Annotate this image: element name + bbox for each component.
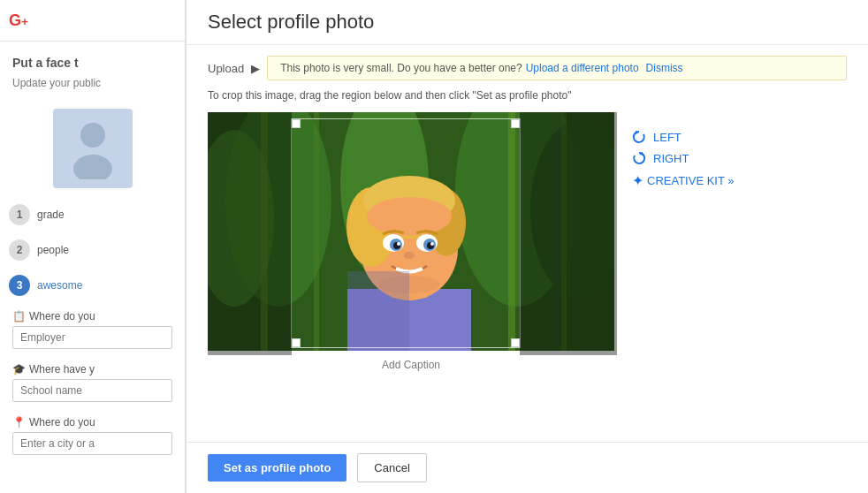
svg-point-1 xyxy=(80,123,105,148)
creative-kit-label: CREATIVE KIT » xyxy=(647,174,735,187)
dismiss-link[interactable]: Dismiss xyxy=(646,62,683,74)
location-header: 📍 Where do you xyxy=(12,416,172,429)
upload-row: Upload ▶ This photo is very small. Do yo… xyxy=(208,56,847,80)
location-section: 📍 Where do you xyxy=(0,409,185,462)
dialog-footer: Set as profile photo Cancel xyxy=(187,442,868,493)
rotation-controls: LEFT RIGHT ✦ CREATIVE KIT » xyxy=(632,112,735,189)
svg-rect-32 xyxy=(347,271,409,351)
image-container[interactable] xyxy=(208,112,614,353)
step-circle-1: 1 xyxy=(9,204,30,225)
svg-point-2 xyxy=(73,155,112,179)
warning-banner: This photo is very small. Do you have a … xyxy=(267,56,847,80)
logo-area: G+ xyxy=(0,0,185,42)
svg-point-29 xyxy=(430,242,434,246)
sidebar-update-label: Update your public xyxy=(0,77,185,100)
creative-kit-icon: ✦ xyxy=(632,172,643,189)
cancel-button[interactable]: Cancel xyxy=(357,453,426,482)
rotate-left-icon xyxy=(632,130,646,144)
svg-rect-10 xyxy=(314,112,319,351)
svg-rect-12 xyxy=(561,112,567,351)
sidebar-put-face-header: Put a face t xyxy=(0,42,185,77)
photo-canvas xyxy=(208,112,614,351)
warning-text: This photo is very small. Do you have a … xyxy=(280,62,522,74)
svg-text:G+: G+ xyxy=(9,11,28,29)
city-input[interactable] xyxy=(12,432,172,455)
employer-header: 📋 Where do you xyxy=(12,310,172,322)
profile-avatar-area xyxy=(0,100,185,197)
avatar-placeholder xyxy=(53,109,133,188)
rotate-left-button[interactable]: LEFT xyxy=(632,130,735,144)
rotate-right-button[interactable]: RIGHT xyxy=(632,151,735,165)
sidebar-collapse-arrow[interactable]: ‹ xyxy=(185,233,186,260)
sidebar-step-2[interactable]: 2 people xyxy=(0,232,185,268)
crop-area: Add Caption LEFT RIGHT xyxy=(208,112,847,371)
upload-label: Upload xyxy=(208,62,244,75)
google-plus-logo-icon: G+ xyxy=(9,7,62,34)
school-header: 🎓 Where have y xyxy=(12,363,172,375)
upload-different-photo-link[interactable]: Upload a different photo xyxy=(526,62,639,74)
location-icon: 📍 xyxy=(12,416,26,429)
svg-point-21 xyxy=(367,197,452,236)
sidebar-step-1[interactable]: 1 grade xyxy=(0,197,185,232)
svg-rect-9 xyxy=(261,112,268,351)
step-label-1: grade xyxy=(37,209,65,221)
creative-kit-button[interactable]: ✦ CREATIVE KIT » xyxy=(632,172,735,189)
school-input[interactable] xyxy=(12,379,172,402)
sidebar-step-3[interactable]: 3 awesome xyxy=(0,268,185,303)
step-label-2: people xyxy=(37,244,69,256)
svg-point-28 xyxy=(397,242,400,246)
crop-instruction: To crop this image, drag the region belo… xyxy=(208,89,847,102)
step-circle-3-active: 3 xyxy=(9,275,30,296)
svg-rect-11 xyxy=(508,112,515,351)
svg-point-30 xyxy=(404,252,415,259)
employer-section: 📋 Where do you xyxy=(0,303,185,356)
upload-arrow-icon: ▶ xyxy=(251,62,260,75)
image-caption: Add Caption xyxy=(208,359,614,371)
graduation-icon: 🎓 xyxy=(12,363,26,375)
main-dialog: Select profile photo Upload ▶ This photo… xyxy=(186,0,868,493)
step-label-3: awesome xyxy=(37,279,82,292)
image-wrapper: Add Caption xyxy=(208,112,614,371)
dialog-title: Select profile photo xyxy=(208,11,847,34)
sidebar: G+ Put a face t Update your public 1 gra… xyxy=(0,0,186,493)
dialog-body: Upload ▶ This photo is very small. Do yo… xyxy=(187,45,868,442)
set-profile-photo-button[interactable]: Set as profile photo xyxy=(208,454,346,482)
avatar-silhouette-icon xyxy=(66,118,119,179)
briefcase-icon: 📋 xyxy=(12,310,26,322)
school-section: 🎓 Where have y xyxy=(0,356,185,409)
employer-input[interactable] xyxy=(12,326,172,349)
rotate-right-label: RIGHT xyxy=(653,152,689,165)
step-circle-2: 2 xyxy=(9,239,30,261)
dialog-header: Select profile photo xyxy=(187,0,868,45)
rotate-left-label: LEFT xyxy=(653,131,681,144)
rotate-right-icon xyxy=(632,151,646,165)
